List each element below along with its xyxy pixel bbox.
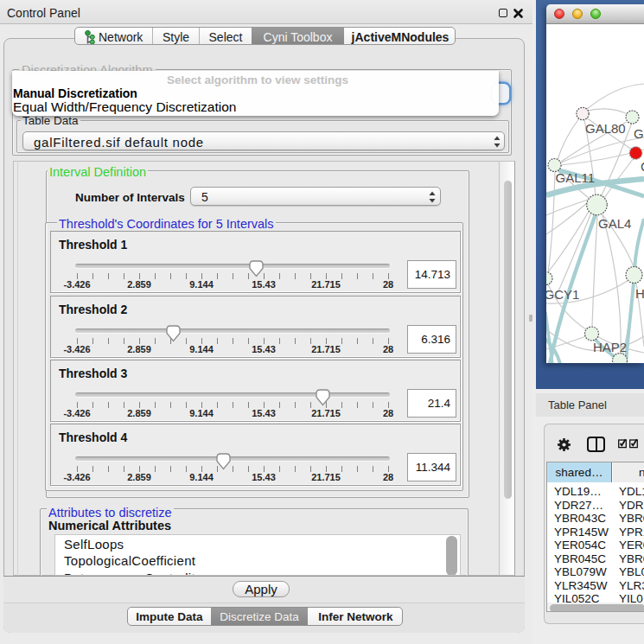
svg-text:GCY1: GCY1 (546, 287, 579, 302)
svg-text:GAL80: GAL80 (585, 121, 626, 136)
svg-text:C: C (641, 159, 644, 174)
svg-text:HI: HI (635, 286, 644, 301)
svg-text:GAL4: GAL4 (598, 216, 631, 231)
svg-text:GAL11: GAL11 (556, 170, 596, 185)
svg-text:GA: GA (634, 126, 644, 141)
svg-text:HAP2: HAP2 (593, 340, 627, 354)
